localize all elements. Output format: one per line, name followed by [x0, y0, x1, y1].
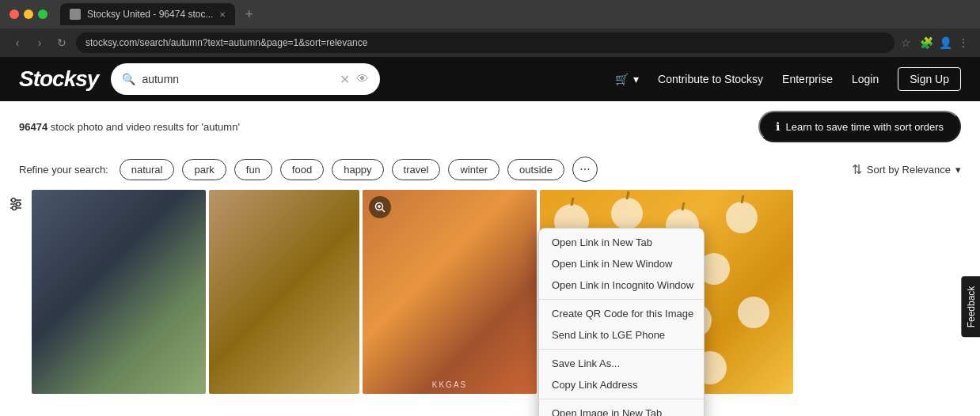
nav-signup[interactable]: Sign Up — [898, 67, 961, 91]
filter-icon[interactable] — [8, 196, 24, 216]
tag-happy[interactable]: happy — [332, 159, 383, 180]
browser-chrome: Stocksy United - 96474 stoc... ✕ + ‹ › ↻… — [0, 0, 980, 57]
results-count: 96474 stock photo and video results for … — [19, 121, 240, 133]
ctx-open-new-window[interactable]: Open Link in New Window — [539, 253, 704, 274]
svg-point-11 — [611, 198, 643, 229]
svg-line-24 — [572, 198, 573, 206]
minimize-button[interactable] — [24, 9, 33, 19]
browser-addressbar: ‹ › ↻ ☆ 🧩 👤 ⋮ — [0, 28, 980, 57]
image-mountain[interactable] — [32, 190, 206, 394]
image-grid: KKGAS — [0, 190, 980, 395]
tag-natural[interactable]: natural — [120, 159, 175, 180]
sort-hint-button[interactable]: ℹ Learn to save time with sort orders — [758, 111, 961, 142]
results-count-bold: 96474 — [19, 121, 47, 133]
svg-line-25 — [627, 191, 629, 199]
traffic-lights — [9, 9, 47, 19]
address-bar[interactable] — [76, 32, 895, 53]
svg-point-4 — [17, 202, 21, 206]
feedback-button[interactable]: Feedback — [962, 277, 980, 338]
tag-food[interactable]: food — [280, 159, 324, 180]
tag-fun[interactable]: fun — [234, 159, 272, 180]
site-logo[interactable]: Stocksy — [19, 66, 98, 92]
refine-label: Refine your search: — [19, 164, 108, 176]
tag-winter[interactable]: winter — [448, 159, 499, 180]
browser-titlebar: Stocksy United - 96474 stoc... ✕ + — [0, 0, 980, 28]
close-button[interactable] — [9, 9, 19, 19]
sort-label: Sort by Relevance — [867, 164, 951, 176]
sort-icon: ⇅ — [852, 162, 862, 177]
sort-hint-label: Learn to save time with sort orders — [786, 121, 944, 133]
ctx-open-new-tab[interactable]: Open Link in New Tab — [539, 232, 704, 253]
browser-icons: ☆ 🧩 👤 ⋮ — [901, 36, 971, 49]
main-content: 96474 stock photo and video results for … — [0, 101, 980, 416]
search-clear-icon[interactable]: ✕ — [340, 72, 350, 87]
search-input[interactable] — [142, 73, 333, 85]
menu-icon[interactable]: ⋮ — [958, 36, 971, 49]
ctx-divider-2 — [539, 349, 704, 350]
star-icon[interactable]: ☆ — [901, 36, 914, 49]
back-button[interactable]: ‹ — [9, 36, 25, 49]
search-bar: 🔍 ✕ 👁 — [111, 63, 380, 95]
tag-outside[interactable]: outside — [507, 159, 564, 180]
site-header: Stocksy 🔍 ✕ 👁 🛒 ▾ Contribute to Stocksy … — [0, 57, 980, 101]
svg-point-20 — [738, 297, 769, 328]
image-autumn-art[interactable]: KKGAS — [363, 190, 537, 394]
zoom-icon[interactable] — [369, 196, 391, 218]
svg-line-27 — [742, 195, 743, 203]
sort-chevron-icon: ▾ — [955, 164, 961, 176]
forward-button[interactable]: › — [32, 36, 47, 49]
svg-point-5 — [13, 206, 17, 210]
ctx-divider-3 — [539, 399, 704, 399]
search-icon: 🔍 — [122, 73, 135, 85]
search-eye-icon[interactable]: 👁 — [356, 72, 369, 86]
sort-dropdown[interactable]: ⇅ Sort by Relevance ▾ — [852, 162, 961, 177]
ctx-divider-1 — [539, 299, 704, 300]
nav-contribute[interactable]: Contribute to Stocksy — [658, 73, 763, 85]
nav-right: 🛒 ▾ Contribute to Stocksy Enterprise Log… — [615, 67, 961, 91]
svg-line-7 — [382, 210, 386, 213]
filter-sidebar — [0, 190, 32, 395]
tab-title: Stocksy United - 96474 stoc... — [87, 9, 213, 20]
tag-park[interactable]: park — [182, 159, 226, 180]
browser-tab[interactable]: Stocksy United - 96474 stoc... ✕ — [60, 3, 235, 25]
refine-bar: Refine your search: natural park fun foo… — [0, 152, 980, 190]
ctx-create-qr[interactable]: Create QR Code for this Image — [539, 303, 704, 324]
context-menu: Open Link in New Tab Open Link in New Wi… — [538, 228, 705, 416]
nav-enterprise[interactable]: Enterprise — [782, 73, 833, 85]
maximize-button[interactable] — [38, 9, 47, 19]
refresh-button[interactable]: ↻ — [54, 36, 70, 49]
new-tab-button[interactable]: + — [245, 6, 253, 23]
results-bar: 96474 stock photo and video results for … — [0, 101, 980, 152]
ctx-open-image-tab[interactable]: Open Image in New Tab — [539, 403, 704, 416]
ctx-send-lge[interactable]: Send Link to LGE Phone — [539, 324, 704, 346]
tag-travel[interactable]: travel — [392, 159, 441, 180]
svg-point-13 — [726, 202, 758, 233]
ctx-save-link[interactable]: Save Link As... — [539, 353, 704, 374]
tab-close-icon[interactable]: ✕ — [219, 10, 226, 19]
tab-favicon — [70, 9, 81, 20]
extensions-icon[interactable]: 🧩 — [920, 36, 933, 49]
cart-icon: 🛒 — [615, 73, 629, 85]
image-bowl[interactable] — [209, 190, 359, 394]
svg-line-26 — [682, 202, 684, 210]
info-icon: ℹ — [776, 120, 780, 133]
cart-dropdown-icon: ▾ — [633, 73, 639, 85]
photographer-label: KKGAS — [432, 380, 467, 389]
ctx-open-incognito[interactable]: Open Link in Incognito Window — [539, 274, 704, 296]
profile-icon[interactable]: 👤 — [939, 36, 952, 49]
tags-more-button[interactable]: ··· — [572, 157, 598, 182]
page-content: Stocksy 🔍 ✕ 👁 🛒 ▾ Contribute to Stocksy … — [0, 57, 980, 416]
ctx-copy-link[interactable]: Copy Link Address — [539, 374, 704, 395]
svg-point-3 — [12, 199, 16, 202]
nav-login[interactable]: Login — [852, 73, 879, 85]
cart-button[interactable]: 🛒 ▾ — [615, 73, 639, 85]
